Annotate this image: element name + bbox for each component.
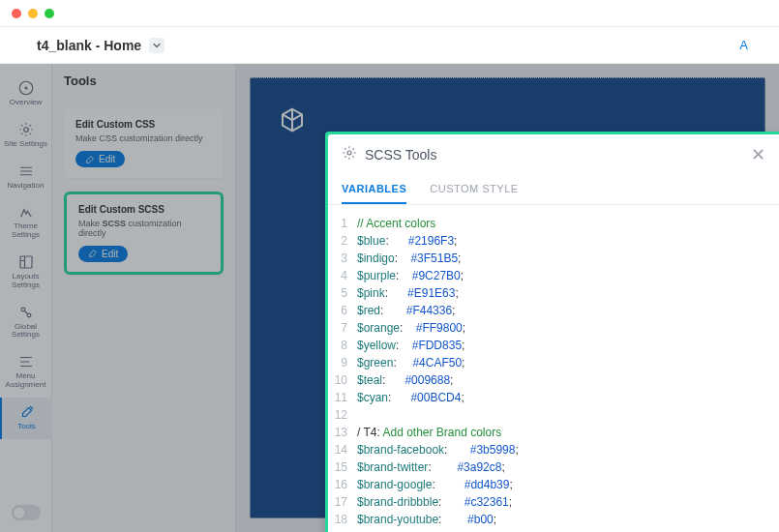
edit-label: Edit [99,154,115,164]
svg-point-6 [347,151,351,155]
card-edit-custom-css: Edit Custom CSS Make CSS customization d… [64,109,224,178]
rail-label: Layouts Settings [0,273,52,290]
code-editor[interactable]: 1// Accent colors2$blue: #2196F3;3$indig… [328,205,779,532]
rail-label: Navigation [6,182,46,191]
rail-label: Global Settings [0,323,52,340]
code-line: 8$yellow: #FDD835; [328,337,779,354]
top-right-hint: A [739,38,748,52]
code-line: 2$blue: #2196F3; [328,232,779,250]
code-line: 5$pink: #E91E63; [328,284,779,302]
svg-point-4 [21,308,25,311]
card-desc: Make CSS customization directly [75,133,212,143]
rail-global-settings[interactable]: Global Settings [0,298,52,348]
mac-zoom-dot[interactable] [45,9,54,18]
rail-tools[interactable]: Tools [0,398,52,439]
code-line: 4$purple: #9C27B0; [328,267,779,284]
code-line: 15$brand-twitter: #3a92c8; [328,458,779,476]
modal-header: SCSS Tools ✕ [328,134,779,175]
rail-navigation[interactable]: Navigation [0,157,52,198]
rail-label: Theme Settings [0,222,52,240]
card-title: Edit Custom CSS [75,119,212,130]
edit-label: Edit [102,249,118,259]
mac-close-dot[interactable] [12,9,21,18]
rail-site-settings[interactable]: Site Settings [0,115,52,157]
page-title: t4_blank - Home [37,38,141,53]
mac-minimize-dot[interactable] [28,9,38,18]
tab-variables[interactable]: VARIABLES [342,175,406,204]
top-bar: t4_blank - Home A [0,27,779,64]
close-icon[interactable]: ✕ [751,144,765,165]
cube-icon [278,105,307,138]
chevron-down-icon[interactable] [149,38,165,53]
side-panel: Tools Edit Custom CSS Make CSS customiza… [52,64,236,532]
edit-scss-button[interactable]: Edit [78,246,128,262]
svg-rect-3 [20,256,32,268]
scss-modal: SCSS Tools ✕ VARIABLES CUSTOM STYLE 1// … [325,132,779,532]
code-line: 1// Accent colors [328,215,779,232]
rail-label: Menu Assignment [0,372,52,390]
code-line: 13/ T4: Add other Brand colors [328,424,779,441]
modal-tabs: VARIABLES CUSTOM STYLE [328,175,779,205]
code-line: 12 [328,406,779,424]
workspace: Overview Site Settings Navigation Theme … [0,64,779,532]
card-desc: Make SCSS customization directly [78,219,209,238]
code-line: 11$cyan: #00BCD4; [328,389,779,406]
svg-point-1 [25,87,27,89]
code-line: 14$brand-facebook: #3b5998; [328,441,779,458]
code-line: 6$red: #F44336; [328,302,779,319]
left-rail: Overview Site Settings Navigation Theme … [0,64,52,532]
rail-theme-settings[interactable]: Theme Settings [0,197,52,248]
rail-layouts-settings[interactable]: Layouts Settings [0,248,52,298]
tab-custom-style[interactable]: CUSTOM STYLE [430,175,518,204]
code-line: 10$teal: #009688; [328,371,779,389]
code-line: 19$brand-pinterest: #cb2027; [328,528,779,532]
code-line: 17$brand-dribbble: #c32361; [328,493,779,511]
rail-label: Overview [8,99,44,107]
edit-css-button[interactable]: Edit [75,151,125,167]
code-line: 3$indigo: #3F51B5; [328,250,779,267]
rail-menu-assignment[interactable]: Menu Assignment [0,347,52,398]
mac-titlebar [0,0,779,27]
modal-title: SCSS Tools [365,147,436,163]
rail-overview[interactable]: Overview [0,74,52,115]
gear-icon [342,145,357,164]
app-window: t4_blank - Home A Overview Site Settings… [0,0,779,532]
code-line: 16$brand-google: #dd4b39; [328,476,779,493]
svg-point-5 [27,313,31,317]
card-edit-custom-scss: Edit Custom SCSS Make SCSS customization… [64,192,224,276]
code-line: 7$orange: #FF9800; [328,319,779,337]
code-line: 9$green: #4CAF50; [328,354,779,371]
code-line: 18$brand-youtube: #b00; [328,511,779,528]
rail-label: Site Settings [2,140,49,149]
rail-label: Tools [15,423,38,431]
side-panel-title: Tools [64,74,224,88]
rail-collapse-toggle[interactable] [12,505,41,520]
card-title: Edit Custom SCSS [78,204,209,215]
svg-point-2 [23,128,28,133]
